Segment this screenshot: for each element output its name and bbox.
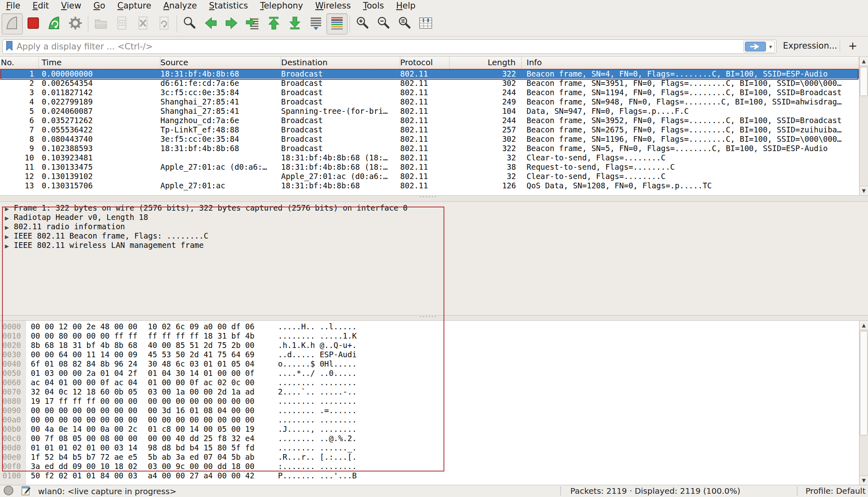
hex-row[interactable]: 00e0 1f 52 b4 b5 b7 72 ae e5 5b ab 3a ed… bbox=[0, 452, 851, 462]
go-forward-button[interactable] bbox=[221, 13, 242, 34]
zoom-out-button[interactable] bbox=[373, 13, 394, 34]
reload-file-button[interactable] bbox=[154, 13, 175, 34]
resize-columns-icon bbox=[418, 15, 434, 33]
capture-options-button[interactable] bbox=[65, 13, 86, 34]
filter-bookmark-icon[interactable] bbox=[5, 41, 13, 53]
packet-time: 0.102388593 bbox=[39, 144, 160, 153]
menu-item[interactable]: Telephony bbox=[254, 0, 309, 11]
zoom-reset-button[interactable] bbox=[394, 13, 415, 34]
packet-list-scrollbar[interactable]: ▲ ▼ bbox=[859, 57, 868, 195]
display-filter-input[interactable]: Apply a display filter ... <Ctrl-/> ▾ bbox=[2, 39, 776, 54]
packet-row[interactable]: 2 0.002654354 d6:61:fe:cd:7a:6e Broadcas… bbox=[0, 79, 859, 88]
resize-columns-button[interactable] bbox=[415, 13, 436, 34]
menu-item[interactable]: Edit bbox=[26, 0, 55, 11]
hex-row[interactable]: 0030 00 00 64 00 11 14 00 09 45 53 50 2d… bbox=[0, 350, 851, 359]
profile-text[interactable]: Profile: Default bbox=[806, 486, 866, 496]
go-to-first-button[interactable] bbox=[263, 13, 284, 34]
column-header-length[interactable]: Length bbox=[450, 57, 522, 69]
go-back-button[interactable] bbox=[200, 13, 221, 34]
hex-row[interactable]: 0020 8b 68 18 31 bf 4b 8b 68 40 00 85 51… bbox=[0, 341, 851, 350]
detail-line[interactable]: ▶802.11 radio information bbox=[0, 222, 868, 231]
column-header-source[interactable]: Source bbox=[160, 57, 281, 69]
scroll-up-arrow[interactable]: ▲ bbox=[859, 321, 868, 330]
hex-row[interactable]: 0010 00 00 80 00 00 00 ff ff ff ff ff ff… bbox=[0, 331, 851, 341]
menu-item[interactable]: Wireless bbox=[309, 0, 357, 11]
menu-item[interactable]: View bbox=[55, 0, 87, 11]
detail-line[interactable]: ▶Radiotap Header v0, Length 18 bbox=[0, 213, 868, 222]
hex-row[interactable]: 0060 ac 04 01 00 00 0f ac 04 01 00 00 0f… bbox=[0, 378, 851, 387]
menu-item[interactable]: File bbox=[0, 0, 26, 11]
scroll-up-arrow[interactable]: ▲ bbox=[859, 57, 868, 66]
menu-item[interactable]: Capture bbox=[111, 0, 158, 11]
packet-row[interactable]: 5 0.024060087 Shanghai_27:85:41 Spanning… bbox=[0, 107, 859, 116]
menu-item[interactable]: Statistics bbox=[203, 0, 254, 11]
save-file-button[interactable] bbox=[111, 13, 132, 34]
menu-item[interactable]: Go bbox=[87, 0, 111, 11]
column-header-time[interactable]: Time bbox=[39, 57, 160, 69]
pane-splitter[interactable]: ······ bbox=[0, 195, 868, 202]
packet-row[interactable]: 9 0.102388593 18:31:bf:4b:8b:68 Broadcas… bbox=[0, 144, 859, 153]
capture-comment-icon[interactable] bbox=[21, 485, 32, 497]
hex-scrollbar[interactable]: ▲ ▼ bbox=[859, 321, 868, 485]
hex-row[interactable]: 0050 01 03 00 00 2a 01 04 2f 01 04 30 14… bbox=[0, 369, 851, 378]
hex-row[interactable]: 0080 19 17 ff ff ff 00 00 00 00 00 00 00… bbox=[0, 397, 851, 406]
start-capture-button[interactable] bbox=[2, 13, 23, 34]
hex-row[interactable]: 0090 00 00 00 00 00 00 00 00 00 3d 16 01… bbox=[0, 406, 851, 415]
hex-row[interactable]: 00d0 01 01 01 02 01 00 03 14 98 d8 bd b4… bbox=[0, 443, 851, 452]
expand-arrow-icon[interactable]: ▶ bbox=[5, 213, 14, 223]
hex-row[interactable]: 00c0 00 7f 08 05 00 08 00 00 00 00 40 dd… bbox=[0, 434, 851, 443]
scrollbar-thumb[interactable] bbox=[860, 67, 868, 96]
scroll-down-arrow[interactable]: ▼ bbox=[859, 476, 868, 485]
close-file-button[interactable] bbox=[132, 13, 154, 34]
find-packet-button[interactable] bbox=[179, 13, 200, 34]
go-to-last-button[interactable] bbox=[284, 13, 305, 34]
menu-item[interactable]: Help bbox=[390, 0, 422, 11]
detail-line[interactable]: ▶IEEE 802.11 Beacon frame, Flags: ......… bbox=[0, 231, 868, 241]
packet-row[interactable]: 13 0.130315706 Apple_27:01:ac 18:31:bf:4… bbox=[0, 181, 859, 190]
column-header-destination[interactable]: Destination bbox=[281, 57, 400, 69]
packet-row[interactable]: 8 0.080443740 3e:f5:cc:0e:35:84 Broadcas… bbox=[0, 134, 859, 144]
expand-arrow-icon[interactable]: ▶ bbox=[5, 204, 14, 213]
scroll-down-arrow[interactable]: ▼ bbox=[859, 186, 868, 195]
expression-button[interactable]: Expression... bbox=[783, 41, 837, 51]
packet-row[interactable]: 7 0.055536422 Tp-LinkT_ef:48:88 Broadcas… bbox=[0, 125, 859, 134]
packet-row[interactable]: 11 0.130133475 Apple_27:01:ac (d0:a6:… 1… bbox=[0, 162, 859, 172]
packet-row[interactable]: 3 0.011827142 3c:f5:cc:0e:35:84 Broadcas… bbox=[0, 88, 859, 97]
expand-arrow-icon[interactable]: ▶ bbox=[5, 232, 14, 241]
restart-capture-button[interactable] bbox=[44, 13, 65, 34]
zoom-in-button[interactable] bbox=[352, 13, 373, 34]
expand-arrow-icon[interactable]: ▶ bbox=[5, 241, 14, 251]
column-header-protocol[interactable]: Protocol bbox=[400, 57, 450, 69]
open-file-button[interactable] bbox=[90, 13, 111, 34]
hex-row[interactable]: 00a0 00 00 00 00 00 00 00 00 00 00 00 00… bbox=[0, 415, 851, 424]
packet-row[interactable]: 1 0.000000000 18:31:bf:4b:8b:68 Broadcas… bbox=[0, 69, 859, 79]
go-to-packet-button[interactable] bbox=[242, 13, 263, 34]
stop-capture-button[interactable] bbox=[23, 13, 44, 34]
menu-item[interactable]: Analyze bbox=[157, 0, 203, 11]
hex-row[interactable]: 00f0 3a ed dd 09 00 10 18 02 03 00 9c 00… bbox=[0, 462, 851, 471]
packet-length: 244 bbox=[450, 116, 522, 125]
expert-info-icon[interactable] bbox=[3, 485, 14, 497]
expand-arrow-icon[interactable]: ▶ bbox=[5, 223, 14, 232]
column-header-no[interactable]: No. bbox=[0, 57, 39, 69]
hex-row[interactable]: 00b0 00 4a 0e 14 00 0a 00 2c 01 c8 00 14… bbox=[0, 424, 851, 434]
packet-row[interactable]: 6 0.035271262 Hangzhou_cd:7a:6e Broadcas… bbox=[0, 116, 859, 125]
filter-dropdown-caret[interactable]: ▾ bbox=[769, 43, 772, 50]
detail-line[interactable]: ▶IEEE 802.11 wireless LAN management fra… bbox=[0, 241, 868, 250]
pane-splitter[interactable]: ······ bbox=[0, 315, 868, 321]
colorize-button[interactable] bbox=[326, 13, 348, 34]
hex-row[interactable]: 0000 00 00 12 00 2e 48 00 00 10 02 6c 09… bbox=[0, 322, 851, 331]
hex-row[interactable]: 0070 32 04 0c 12 18 60 0b 05 03 00 1a 00… bbox=[0, 387, 851, 397]
scrollbar-thumb[interactable] bbox=[860, 331, 868, 435]
column-header-info[interactable]: Info bbox=[522, 57, 859, 69]
add-filter-button[interactable]: + bbox=[848, 39, 857, 52]
packet-row[interactable]: 10 0.103923481 18:31:bf:4b:8b:68 (18:… 8… bbox=[0, 153, 859, 162]
hex-row[interactable]: 0040 6f 01 08 82 84 8b 96 24 30 48 6c 03… bbox=[0, 359, 851, 369]
detail-line[interactable]: ▶Frame 1: 322 bytes on wire (2576 bits),… bbox=[0, 203, 868, 213]
packet-row[interactable]: 4 0.022799189 Shanghai_27:85:41 Broadcas… bbox=[0, 97, 859, 107]
auto-scroll-button[interactable] bbox=[305, 13, 326, 34]
apply-filter-button[interactable] bbox=[745, 42, 766, 51]
packet-row[interactable]: 12 0.130139102 Apple_27:01:ac (d0:a6:… 8… bbox=[0, 172, 859, 181]
hex-row[interactable]: 0100 50 f2 02 01 01 84 00 03 a4 00 00 27… bbox=[0, 471, 851, 480]
menu-item[interactable]: Tools bbox=[357, 0, 390, 11]
